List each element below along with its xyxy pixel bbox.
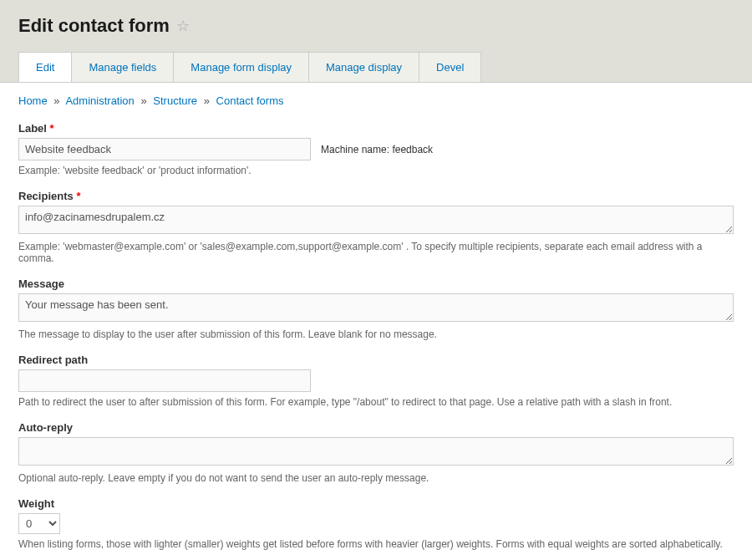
label-label: Label * — [18, 122, 734, 135]
content-region: Home » Administration » Structure » Cont… — [0, 83, 752, 560]
tab-manage-display[interactable]: Manage display — [308, 52, 419, 82]
message-input[interactable]: Your message has been sent. — [18, 293, 734, 322]
recipients-description: Example: 'webmaster@example.com' or 'sal… — [18, 241, 734, 264]
header-region: Edit contact form ☆ Edit Manage fields M… — [0, 0, 752, 83]
weight-description: When listing forms, those with lighter (… — [18, 538, 734, 550]
breadcrumb-structure[interactable]: Structure — [153, 94, 197, 107]
auto-reply-description: Optional auto-reply. Leave empty if you … — [18, 472, 734, 484]
tab-manage-form-display[interactable]: Manage form display — [173, 52, 309, 82]
message-description: The message to display to the user after… — [18, 328, 734, 340]
form-item-redirect: Redirect path Path to redirect the user … — [18, 354, 734, 408]
redirect-label: Redirect path — [18, 354, 734, 366]
breadcrumb-administration[interactable]: Administration — [65, 94, 134, 107]
redirect-input[interactable] — [18, 369, 311, 392]
form-item-recipients: Recipients * info@zacinamesdrupalem.cz E… — [18, 190, 734, 264]
label-input[interactable] — [18, 138, 311, 160]
star-icon[interactable]: ☆ — [176, 17, 190, 35]
breadcrumb-separator: » — [204, 94, 210, 107]
required-mark: * — [50, 122, 54, 135]
tabs: Edit Manage fields Manage form display M… — [18, 52, 734, 82]
label-input-row: Machine name: feedback — [18, 138, 734, 160]
machine-name: Machine name: feedback — [321, 144, 433, 155]
tab-manage-fields[interactable]: Manage fields — [71, 52, 174, 82]
breadcrumb-separator: » — [140, 94, 146, 107]
auto-reply-label: Auto-reply — [18, 421, 734, 434]
form-item-weight: Weight 0 When listing forms, those with … — [18, 497, 734, 550]
recipients-input[interactable]: info@zacinamesdrupalem.cz — [18, 206, 734, 234]
weight-label: Weight — [18, 497, 734, 510]
breadcrumb-separator: » — [53, 94, 59, 107]
tab-devel[interactable]: Devel — [419, 52, 481, 82]
breadcrumb-home[interactable]: Home — [18, 94, 48, 107]
recipients-label: Recipients * — [18, 190, 734, 202]
form-item-message: Message Your message has been sent. The … — [18, 277, 734, 340]
breadcrumb: Home » Administration » Structure » Cont… — [18, 94, 734, 107]
page-title: Edit contact form — [18, 15, 170, 37]
form-item-auto-reply: Auto-reply Optional auto-reply. Leave em… — [18, 421, 734, 484]
weight-select[interactable]: 0 — [18, 513, 60, 534]
label-description: Example: 'website feedback' or 'product … — [18, 165, 734, 176]
page-title-row: Edit contact form ☆ — [18, 15, 734, 37]
breadcrumb-contact-forms[interactable]: Contact forms — [216, 94, 284, 107]
redirect-description: Path to redirect the user to after submi… — [18, 396, 734, 408]
form-item-label: Label * Machine name: feedback Example: … — [18, 122, 734, 176]
tab-edit[interactable]: Edit — [18, 52, 72, 82]
message-label: Message — [18, 277, 734, 290]
required-mark: * — [76, 190, 80, 202]
auto-reply-input[interactable] — [18, 437, 734, 466]
